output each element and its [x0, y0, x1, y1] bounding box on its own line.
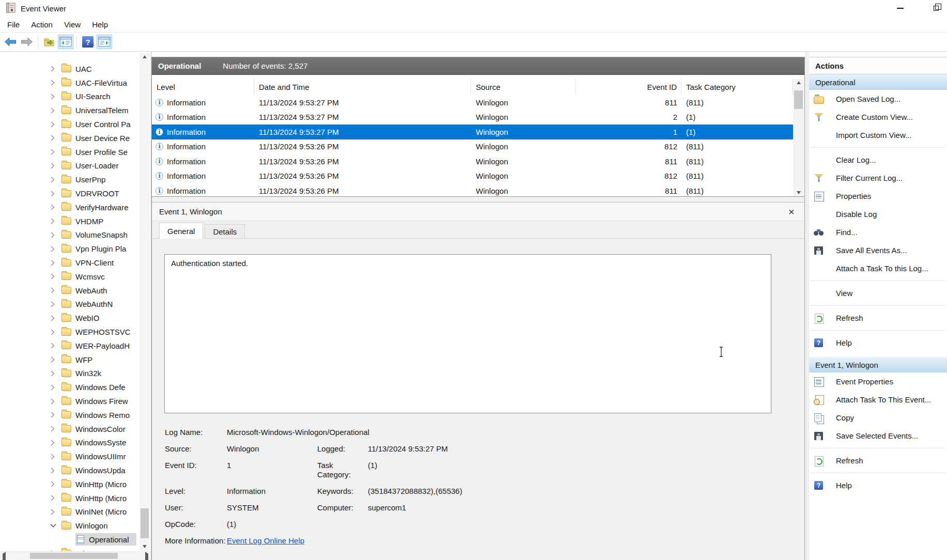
chevron-right-icon[interactable] — [50, 301, 58, 307]
action-item[interactable] — [809, 144, 947, 151]
tree-item[interactable]: VHDMP — [0, 214, 151, 228]
tree-horizontal-scrollbar[interactable] — [0, 551, 151, 560]
chevron-right-icon[interactable] — [50, 343, 58, 349]
tree-item[interactable]: UAC-FileVirtua — [0, 76, 151, 90]
action-item[interactable]: Clear Log... — [809, 151, 947, 169]
event-row[interactable]: Information 11/13/2024 9:53:26 PM Winlog… — [152, 154, 793, 169]
tree-item[interactable]: UserPnp — [0, 173, 151, 186]
tree-item[interactable]: WebIO — [0, 311, 151, 325]
action-item[interactable]: Save Selected Events... — [809, 427, 947, 445]
event-row[interactable]: Information 11/13/2024 9:53:26 PM Winlog… — [152, 169, 793, 184]
column-header-task-category[interactable]: Task Category — [681, 79, 793, 95]
tree-item[interactable]: WindowsUIImr — [0, 449, 151, 463]
chevron-right-icon[interactable] — [50, 426, 58, 432]
action-item[interactable]: Refresh — [809, 452, 947, 470]
action-item[interactable]: Save All Events As... — [809, 241, 947, 259]
action-item[interactable]: View — [809, 284, 947, 302]
close-icon[interactable] — [786, 206, 797, 217]
show-action-pane-button[interactable] — [97, 35, 112, 49]
tree-item[interactable]: Winlogon — [0, 519, 151, 533]
action-item[interactable]: Filter Current Log... — [809, 169, 947, 187]
tree-item[interactable]: Windows Remo — [0, 408, 151, 422]
chevron-right-icon[interactable] — [50, 273, 58, 279]
chevron-right-icon[interactable] — [50, 163, 58, 169]
tree-item[interactable]: WEPHOSTSVC — [0, 325, 151, 339]
scrollbar-thumb[interactable] — [30, 553, 118, 559]
scrollbar-thumb[interactable] — [141, 508, 149, 538]
tree-item[interactable]: WER-PayloadH — [0, 339, 151, 353]
chevron-right-icon[interactable] — [50, 412, 58, 418]
tree-item[interactable]: Wcmsvc — [0, 270, 151, 284]
pane-splitter[interactable] — [152, 197, 804, 202]
column-header-level[interactable]: Level — [152, 79, 254, 95]
tree-item[interactable]: User Control Pa — [0, 117, 151, 131]
tree-item[interactable]: WindowsColor — [0, 422, 151, 436]
chevron-right-icon[interactable] — [50, 398, 58, 405]
action-item[interactable]: Attach Task To This Event... — [809, 391, 947, 409]
action-item[interactable]: Properties — [809, 187, 947, 205]
event-row[interactable]: Information 11/13/2024 9:53:27 PM Winlog… — [152, 110, 793, 125]
action-item[interactable]: Import Custom View... — [809, 126, 947, 144]
action-item[interactable]: Refresh — [809, 309, 947, 327]
action-item[interactable] — [809, 277, 947, 284]
tree-item[interactable]: WinHttp (Micro — [0, 491, 151, 505]
scroll-left-icon[interactable] — [3, 554, 6, 560]
chevron-right-icon[interactable] — [50, 315, 58, 321]
tree-item[interactable]: User Profile Se — [0, 145, 151, 159]
menu-view[interactable]: View — [58, 18, 86, 31]
menu-action[interactable]: Action — [25, 18, 58, 31]
chevron-right-icon[interactable] — [50, 384, 58, 391]
chevron-right-icon[interactable] — [50, 260, 58, 266]
chevron-right-icon[interactable] — [50, 356, 58, 363]
scrollbar-thumb[interactable] — [794, 90, 803, 109]
event-row[interactable]: Information 11/13/2024 9:53:27 PM Winlog… — [152, 95, 793, 110]
chevron-right-icon[interactable] — [50, 440, 58, 446]
open-folder-button[interactable] — [41, 35, 57, 49]
chevron-right-icon[interactable] — [50, 121, 58, 128]
chevron-right-icon[interactable] — [50, 370, 58, 377]
chevron-right-icon[interactable] — [50, 94, 58, 100]
chevron-down-icon[interactable] — [50, 523, 58, 528]
scroll-down-icon[interactable] — [139, 545, 150, 548]
tree-item[interactable]: VerifyHardware — [0, 200, 151, 214]
chevron-right-icon[interactable] — [50, 204, 58, 210]
event-row[interactable]: Information 11/13/2024 9:53:26 PM Winlog… — [152, 139, 793, 154]
chevron-right-icon[interactable] — [50, 495, 58, 501]
action-item[interactable]: Open Saved Log... — [809, 90, 947, 108]
event-log-online-help-link[interactable]: Event Log Online Help — [227, 536, 304, 545]
chevron-right-icon[interactable] — [50, 454, 58, 460]
action-item[interactable] — [809, 302, 947, 309]
tree-item[interactable]: Windows Defe — [0, 380, 151, 394]
tree-item[interactable]: WebAuthN — [0, 298, 151, 312]
window-minimize-button[interactable] — [888, 0, 912, 16]
window-restore-button[interactable] — [924, 0, 947, 16]
chevron-right-icon[interactable] — [50, 509, 58, 515]
column-header-event-id[interactable]: Event ID — [576, 79, 681, 95]
column-header-source[interactable]: Source — [471, 79, 576, 95]
tree-item[interactable]: WindowsUpda — [0, 463, 151, 477]
tree-vertical-scrollbar[interactable] — [139, 53, 150, 551]
action-item[interactable]: Find... — [809, 223, 947, 241]
help-button[interactable] — [80, 35, 96, 49]
tree-item[interactable]: WinHttp (Micro — [0, 477, 151, 491]
tree-item[interactable]: VPN-Client — [0, 256, 151, 270]
tree-item[interactable]: WinINet (Micro — [0, 505, 151, 519]
event-message-box[interactable]: Authentication started. — [164, 254, 771, 413]
tab-details[interactable]: Details — [205, 224, 245, 238]
tree-item[interactable]: Operational — [0, 533, 151, 547]
back-button[interactable] — [3, 35, 18, 49]
tree-item[interactable]: Vpn Plugin Pla — [0, 242, 151, 256]
tree-item[interactable]: User-Loader — [0, 159, 151, 173]
action-item[interactable]: Create Custom View... — [809, 108, 947, 126]
chevron-right-icon[interactable] — [50, 218, 58, 224]
forward-button[interactable] — [19, 35, 35, 49]
tree-item[interactable]: UniversalTelem — [0, 103, 151, 117]
chevron-right-icon[interactable] — [50, 107, 58, 114]
chevron-right-icon[interactable] — [50, 246, 58, 252]
actions-splitter[interactable] — [805, 52, 809, 560]
chevron-right-icon[interactable] — [50, 481, 58, 487]
tree-item[interactable]: WebAuth — [0, 284, 151, 298]
action-item[interactable]: Help — [809, 476, 947, 494]
tree-item[interactable]: Windows Firew — [0, 394, 151, 408]
action-item[interactable]: Copy — [809, 409, 947, 427]
